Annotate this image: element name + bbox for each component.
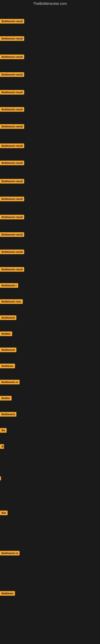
bottleneck-item-10[interactable]: Bottleneck result bbox=[0, 179, 24, 184]
bottleneck-item-16[interactable]: Bottleneck r bbox=[0, 283, 18, 288]
bottleneck-badge-11: Bottleneck result bbox=[0, 196, 24, 201]
bottleneck-badge-20: Bottleneck bbox=[0, 348, 16, 352]
bottleneck-item-11[interactable]: Bottleneck result bbox=[0, 196, 24, 202]
bottleneck-badge-2: Bottleneck result bbox=[0, 36, 24, 41]
bottleneck-item-3[interactable]: Bottleneck result bbox=[0, 54, 24, 60]
bottleneck-item-1[interactable]: Bottleneck result bbox=[0, 19, 24, 24]
bottleneck-item-6[interactable]: Bottleneck result bbox=[0, 107, 24, 112]
bottleneck-item-18[interactable]: Bottleneck bbox=[0, 315, 16, 321]
bottleneck-item-20[interactable]: Bottleneck bbox=[0, 348, 16, 353]
bottleneck-item-21[interactable]: Bottlenec bbox=[0, 364, 15, 369]
bottleneck-badge-9: Bottleneck result bbox=[0, 160, 24, 165]
bottleneck-badge-25: Bo bbox=[0, 428, 7, 433]
bottleneck-badge-1: Bottleneck result bbox=[0, 19, 24, 24]
bottleneck-item-12[interactable]: Bottleneck result bbox=[0, 215, 24, 220]
bottleneck-badge-6: Bottleneck result bbox=[0, 107, 24, 112]
bottleneck-item-2[interactable]: Bottleneck result bbox=[0, 36, 24, 42]
bottleneck-badge-5: Bottleneck result bbox=[0, 90, 24, 94]
bottleneck-badge-19: Bottlen bbox=[0, 332, 12, 336]
bottleneck-item-13[interactable]: Bottleneck result bbox=[0, 232, 24, 238]
bottleneck-item-30[interactable]: Bottlenec bbox=[0, 591, 15, 596]
bottleneck-badge-18: Bottleneck bbox=[0, 315, 16, 320]
bottleneck-item-23[interactable]: Bottler bbox=[0, 396, 12, 401]
bottleneck-badge-12: Bottleneck result bbox=[0, 215, 24, 219]
bottleneck-item-9[interactable]: Bottleneck result bbox=[0, 160, 24, 166]
bottleneck-badge-30: Bottlenec bbox=[0, 591, 15, 596]
bottleneck-item-7[interactable]: Bottleneck result bbox=[0, 124, 24, 130]
bottleneck-item-22[interactable]: Bottleneck re bbox=[0, 380, 20, 385]
bottleneck-badge-21: Bottlenec bbox=[0, 364, 15, 368]
bottleneck-item-17[interactable]: Bottleneck resu bbox=[0, 299, 23, 305]
bottleneck-item-14[interactable]: Bottleneck result bbox=[0, 250, 24, 255]
bottleneck-badge-3: Bottleneck result bbox=[0, 54, 24, 59]
bottleneck-item-24[interactable]: Bottleneck bbox=[0, 412, 16, 418]
bottleneck-badge-26: B bbox=[0, 444, 4, 449]
bottleneck-badge-27 bbox=[0, 476, 1, 480]
bottleneck-badge-24: Bottleneck bbox=[0, 412, 16, 416]
bottleneck-badge-8: Bottleneck result bbox=[0, 144, 24, 148]
bottleneck-item-25[interactable]: Bo bbox=[0, 428, 7, 434]
bottleneck-badge-15: Bottleneck result bbox=[0, 267, 24, 272]
bottleneck-badge-16: Bottleneck r bbox=[0, 283, 18, 288]
bottleneck-badge-23: Bottler bbox=[0, 396, 12, 400]
bottleneck-badge-4: Bottleneck result bbox=[0, 72, 24, 77]
bottleneck-badge-17: Bottleneck resu bbox=[0, 299, 23, 304]
bottleneck-item-19[interactable]: Bottlen bbox=[0, 332, 12, 337]
bottleneck-badge-22: Bottleneck re bbox=[0, 380, 20, 384]
bottleneck-item-15[interactable]: Bottleneck result bbox=[0, 267, 24, 272]
bottleneck-item-8[interactable]: Bottleneck result bbox=[0, 144, 24, 149]
bottleneck-item-5[interactable]: Bottleneck result bbox=[0, 90, 24, 96]
bottleneck-badge-7: Bottleneck result bbox=[0, 124, 24, 129]
bottleneck-badge-13: Bottleneck result bbox=[0, 232, 24, 237]
bottleneck-item-27[interactable] bbox=[0, 476, 1, 481]
bottleneck-badge-29: Bottleneck re bbox=[0, 551, 20, 556]
bottleneck-badge-10: Bottleneck result bbox=[0, 179, 24, 184]
bottleneck-item-28[interactable]: Bot bbox=[0, 510, 8, 516]
site-title: TheBottlenecker.com bbox=[0, 0, 100, 8]
bottleneck-badge-28: Bot bbox=[0, 510, 8, 515]
bottleneck-item-4[interactable]: Bottleneck result bbox=[0, 72, 24, 78]
bottleneck-item-29[interactable]: Bottleneck re bbox=[0, 551, 20, 556]
bottleneck-badge-14: Bottleneck result bbox=[0, 250, 24, 254]
bottleneck-item-26[interactable]: B bbox=[0, 444, 4, 450]
